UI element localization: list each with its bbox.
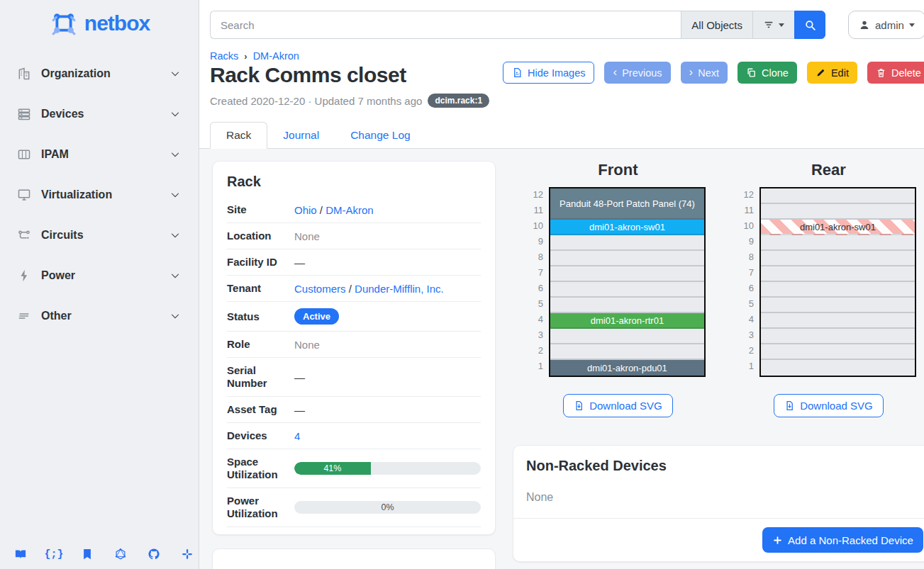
site-ohio-link[interactable]: Ohio <box>294 204 317 216</box>
left-column: Rack Site Ohio / DM-Akron Location None … <box>212 161 496 557</box>
search-input[interactable] <box>210 11 681 39</box>
clone-label: Clone <box>762 67 789 79</box>
front-device-dmi01-akron-sw01[interactable]: dmi01-akron-sw01 <box>550 220 704 235</box>
front-empty-unit[interactable] <box>550 344 704 360</box>
netbox-wordmark: netbox <box>84 11 150 35</box>
tab-rack[interactable]: Rack <box>210 122 267 149</box>
search-submit-button[interactable] <box>794 11 825 39</box>
main-area: All Objects admin Racks › <box>199 0 924 569</box>
rear-empty-unit[interactable] <box>761 266 915 282</box>
row-tenant: Tenant Customers / Dunder-Mifflin, Inc. <box>227 276 481 302</box>
account-menu-button[interactable]: admin <box>848 11 924 39</box>
sidebar-item-circuits[interactable]: Circuits <box>7 221 191 249</box>
sidebar-item-label: IPAM <box>41 148 169 161</box>
sidebar-item-label: Virtualization <box>41 188 169 201</box>
rear-unit-number: 11 <box>741 203 754 218</box>
chevron-down-icon <box>169 188 182 201</box>
filter-icon <box>763 19 774 30</box>
chevron-down-icon <box>169 229 182 242</box>
slack-icon[interactable] <box>181 548 194 560</box>
rear-empty-unit[interactable] <box>761 313 915 329</box>
breadcrumb: Racks › DM-Akron <box>199 45 924 62</box>
tenant-separator: / <box>349 283 352 295</box>
row-devices: Devices 4 <box>227 423 481 449</box>
rear-empty-unit[interactable] <box>761 282 915 298</box>
rear-empty-unit[interactable] <box>761 204 915 220</box>
rear-empty-unit[interactable] <box>761 329 915 344</box>
previous-button[interactable]: ‹ Previous <box>604 62 670 84</box>
rest-api-icon[interactable]: {;} <box>48 548 60 560</box>
rear-empty-unit[interactable] <box>761 360 915 376</box>
row-location: Location None <box>227 223 481 249</box>
rear-empty-unit[interactable] <box>761 188 915 204</box>
sidebar-item-label: Power <box>41 269 169 282</box>
front-empty-unit[interactable] <box>550 251 704 266</box>
tenant-customers-link[interactable]: Customers <box>294 283 346 295</box>
front-unit-number: 2 <box>530 343 543 359</box>
front-unit-number: 10 <box>530 218 543 234</box>
delete-button[interactable]: Delete <box>867 62 924 84</box>
front-empty-unit[interactable] <box>550 235 704 251</box>
rear-empty-unit[interactable] <box>761 251 915 266</box>
front-unit-number: 7 <box>530 265 543 281</box>
front-download-svg-label: Download SVG <box>589 400 662 412</box>
rack-info-panel: Rack Site Ohio / DM-Akron Location None … <box>212 161 496 535</box>
add-non-racked-device-label: Add a Non-Racked Device <box>788 534 913 546</box>
docs-icon[interactable] <box>14 548 27 560</box>
site-dm-akron-link[interactable]: DM-Akron <box>325 204 374 216</box>
sidebar-item-power[interactable]: Power <box>7 261 191 290</box>
add-non-racked-device-button[interactable]: Add a Non-Racked Device <box>762 527 923 553</box>
sidebar-item-label: Organization <box>41 67 169 80</box>
asset-tag-label: Asset Tag <box>227 403 294 416</box>
rear-download-svg-button[interactable]: Download SVG <box>774 394 884 417</box>
next-button[interactable]: › Next <box>681 62 728 84</box>
breadcrumb-dm-akron[interactable]: DM-Akron <box>253 50 299 62</box>
front-device-dmi01-akron-pdu01[interactable]: dmi01-akron-pdu01 <box>550 360 704 376</box>
tab-bar: Rack Journal Change Log <box>199 122 924 149</box>
front-title: Front <box>598 161 638 179</box>
sidebar-item-devices[interactable]: Devices <box>7 100 191 128</box>
front-device-dmi01-akron-rtr01[interactable]: dmi01-akron-rtr01 <box>550 313 704 329</box>
page-actions: Hide Images ‹ Previous › Next Clone Ed <box>503 62 924 84</box>
power-utilization-value: 0% <box>294 501 481 514</box>
chevron-down-icon <box>169 67 182 80</box>
graphql-icon[interactable] <box>114 548 127 560</box>
sidebar-item-other[interactable]: Other <box>7 302 191 330</box>
github-icon[interactable] <box>147 548 160 560</box>
rear-empty-unit[interactable] <box>761 298 915 313</box>
sidebar-item-organization[interactable]: Organization <box>7 60 191 88</box>
tab-journal[interactable]: Journal <box>267 123 335 148</box>
edit-button[interactable]: Edit <box>807 62 857 84</box>
rear-empty-unit[interactable] <box>761 235 915 251</box>
tab-change-log[interactable]: Change Log <box>335 123 425 148</box>
sidebar-item-ipam[interactable]: IPAM <box>7 140 191 169</box>
facility-id-value: — <box>294 257 481 269</box>
global-search: All Objects <box>210 11 825 39</box>
rear-device-dmi01-akron-sw01[interactable]: dmi01-akron-sw01 <box>761 220 915 235</box>
sidebar-item-virtualization[interactable]: Virtualization <box>7 181 191 209</box>
devices-count-link[interactable]: 4 <box>294 430 300 442</box>
netbox-logo[interactable]: netbox <box>0 9 199 38</box>
rear-unit-number: 5 <box>741 296 754 312</box>
front-empty-unit[interactable] <box>550 329 704 344</box>
front-device-panduit-48-port-patch-panel-74-[interactable]: Panduit 48-Port Patch Panel (74) <box>550 188 704 220</box>
search-filter-button[interactable] <box>752 11 794 39</box>
search-scope-button[interactable]: All Objects <box>681 11 752 39</box>
clone-button[interactable]: Clone <box>737 62 797 84</box>
front-empty-unit[interactable] <box>550 298 704 313</box>
breadcrumb-racks[interactable]: Racks <box>210 50 238 62</box>
page-meta: Created 2020-12-20 · Updated 7 months ag… <box>210 94 924 108</box>
front-download-svg-button[interactable]: Download SVG <box>563 394 673 417</box>
row-role: Role None <box>227 332 481 358</box>
api-docs-icon[interactable] <box>81 548 94 560</box>
location-label: Location <box>227 230 294 242</box>
file-download-icon <box>574 400 584 411</box>
front-empty-unit[interactable] <box>550 282 704 298</box>
edit-label: Edit <box>831 67 849 79</box>
front-empty-unit[interactable] <box>550 266 704 282</box>
tenant-dunder-mifflin-link[interactable]: Dunder-Mifflin, Inc. <box>355 283 444 295</box>
rear-empty-unit[interactable] <box>761 344 915 360</box>
facility-id-label: Facility ID <box>227 256 294 269</box>
hide-images-button[interactable]: Hide Images <box>503 62 594 84</box>
serial-number-value: — <box>294 371 481 383</box>
